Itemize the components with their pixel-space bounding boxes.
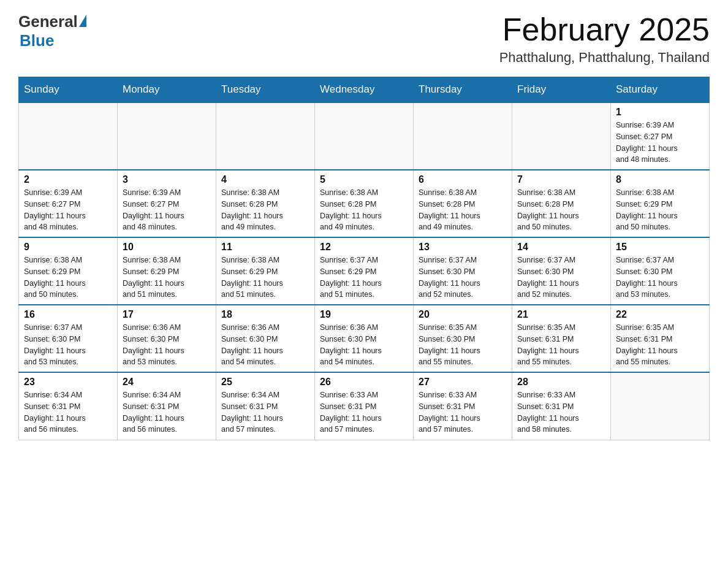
day-number: 9 <box>24 242 112 253</box>
day-info: Sunrise: 6:38 AMSunset: 6:29 PMDaylight:… <box>221 255 309 301</box>
day-info: Sunrise: 6:35 AMSunset: 6:31 PMDaylight:… <box>616 322 704 368</box>
day-info: Sunrise: 6:36 AMSunset: 6:30 PMDaylight:… <box>320 322 408 368</box>
calendar-cell: 20Sunrise: 6:35 AMSunset: 6:30 PMDayligh… <box>414 305 512 372</box>
calendar-cell: 9Sunrise: 6:38 AMSunset: 6:29 PMDaylight… <box>19 237 118 305</box>
calendar-cell <box>216 102 315 170</box>
day-info: Sunrise: 6:34 AMSunset: 6:31 PMDaylight:… <box>123 389 211 435</box>
calendar-cell <box>611 372 710 440</box>
calendar-cell: 22Sunrise: 6:35 AMSunset: 6:31 PMDayligh… <box>611 305 710 372</box>
day-info: Sunrise: 6:37 AMSunset: 6:29 PMDaylight:… <box>320 255 408 301</box>
day-number: 6 <box>419 174 507 185</box>
day-number: 12 <box>320 242 408 253</box>
day-info: Sunrise: 6:33 AMSunset: 6:31 PMDaylight:… <box>419 389 507 435</box>
calendar-cell: 12Sunrise: 6:37 AMSunset: 6:29 PMDayligh… <box>315 237 414 305</box>
day-number: 3 <box>123 174 211 185</box>
day-number: 10 <box>123 242 211 253</box>
day-info: Sunrise: 6:38 AMSunset: 6:28 PMDaylight:… <box>221 187 309 233</box>
day-number: 7 <box>517 174 605 185</box>
logo-blue-text: Blue <box>20 31 54 50</box>
day-number: 13 <box>419 242 507 253</box>
calendar-cell: 28Sunrise: 6:33 AMSunset: 6:31 PMDayligh… <box>512 372 611 440</box>
weekday-header-sunday: Sunday <box>19 77 118 103</box>
day-info: Sunrise: 6:38 AMSunset: 6:29 PMDaylight:… <box>616 187 704 233</box>
week-row-1: 1Sunrise: 6:39 AMSunset: 6:27 PMDaylight… <box>19 102 710 170</box>
day-info: Sunrise: 6:36 AMSunset: 6:30 PMDaylight:… <box>221 322 309 368</box>
calendar-cell: 19Sunrise: 6:36 AMSunset: 6:30 PMDayligh… <box>315 305 414 372</box>
calendar-cell <box>512 102 611 170</box>
weekday-header-thursday: Thursday <box>414 77 512 103</box>
day-info: Sunrise: 6:33 AMSunset: 6:31 PMDaylight:… <box>517 389 605 435</box>
calendar-cell: 1Sunrise: 6:39 AMSunset: 6:27 PMDaylight… <box>611 102 710 170</box>
week-row-2: 2Sunrise: 6:39 AMSunset: 6:27 PMDaylight… <box>19 170 710 237</box>
calendar-cell: 21Sunrise: 6:35 AMSunset: 6:31 PMDayligh… <box>512 305 611 372</box>
day-info: Sunrise: 6:38 AMSunset: 6:28 PMDaylight:… <box>419 187 507 233</box>
location-title: Phatthalung, Phatthalung, Thailand <box>499 50 710 66</box>
day-number: 20 <box>419 309 507 320</box>
calendar-cell: 18Sunrise: 6:36 AMSunset: 6:30 PMDayligh… <box>216 305 315 372</box>
calendar-cell: 13Sunrise: 6:37 AMSunset: 6:30 PMDayligh… <box>414 237 512 305</box>
calendar-table: SundayMondayTuesdayWednesdayThursdayFrid… <box>18 77 710 440</box>
weekday-header-saturday: Saturday <box>611 77 710 103</box>
calendar-cell: 11Sunrise: 6:38 AMSunset: 6:29 PMDayligh… <box>216 237 315 305</box>
calendar-cell: 7Sunrise: 6:38 AMSunset: 6:28 PMDaylight… <box>512 170 611 237</box>
day-number: 26 <box>320 377 408 388</box>
calendar-cell: 8Sunrise: 6:38 AMSunset: 6:29 PMDaylight… <box>611 170 710 237</box>
day-info: Sunrise: 6:33 AMSunset: 6:31 PMDaylight:… <box>320 389 408 435</box>
day-number: 25 <box>221 377 309 388</box>
day-info: Sunrise: 6:39 AMSunset: 6:27 PMDaylight:… <box>616 120 704 166</box>
weekday-header-row: SundayMondayTuesdayWednesdayThursdayFrid… <box>19 77 710 103</box>
day-number: 2 <box>24 174 112 185</box>
day-number: 17 <box>123 309 211 320</box>
page-header: General Blue February 2025 Phatthalung, … <box>18 12 710 66</box>
title-area: February 2025 Phatthalung, Phatthalung, … <box>499 12 710 66</box>
day-info: Sunrise: 6:35 AMSunset: 6:30 PMDaylight:… <box>419 322 507 368</box>
day-number: 22 <box>616 309 704 320</box>
calendar-cell: 5Sunrise: 6:38 AMSunset: 6:28 PMDaylight… <box>315 170 414 237</box>
calendar-cell: 27Sunrise: 6:33 AMSunset: 6:31 PMDayligh… <box>414 372 512 440</box>
day-number: 27 <box>419 377 507 388</box>
day-info: Sunrise: 6:36 AMSunset: 6:30 PMDaylight:… <box>123 322 211 368</box>
day-number: 21 <box>517 309 605 320</box>
day-number: 15 <box>616 242 704 253</box>
day-info: Sunrise: 6:39 AMSunset: 6:27 PMDaylight:… <box>24 187 112 233</box>
day-number: 19 <box>320 309 408 320</box>
week-row-5: 23Sunrise: 6:34 AMSunset: 6:31 PMDayligh… <box>19 372 710 440</box>
logo-general-text: General <box>18 12 78 31</box>
day-number: 11 <box>221 242 309 253</box>
day-number: 8 <box>616 174 704 185</box>
day-number: 4 <box>221 174 309 185</box>
calendar-cell: 16Sunrise: 6:37 AMSunset: 6:30 PMDayligh… <box>19 305 118 372</box>
calendar-cell: 23Sunrise: 6:34 AMSunset: 6:31 PMDayligh… <box>19 372 118 440</box>
week-row-3: 9Sunrise: 6:38 AMSunset: 6:29 PMDaylight… <box>19 237 710 305</box>
calendar-cell: 10Sunrise: 6:38 AMSunset: 6:29 PMDayligh… <box>118 237 216 305</box>
day-info: Sunrise: 6:38 AMSunset: 6:28 PMDaylight:… <box>320 187 408 233</box>
logo-triangle-icon <box>79 15 86 27</box>
logo: General Blue <box>18 12 86 50</box>
day-number: 28 <box>517 377 605 388</box>
day-info: Sunrise: 6:34 AMSunset: 6:31 PMDaylight:… <box>221 389 309 435</box>
weekday-header-friday: Friday <box>512 77 611 103</box>
day-info: Sunrise: 6:38 AMSunset: 6:28 PMDaylight:… <box>517 187 605 233</box>
calendar-cell: 2Sunrise: 6:39 AMSunset: 6:27 PMDaylight… <box>19 170 118 237</box>
day-number: 1 <box>616 107 704 118</box>
day-info: Sunrise: 6:34 AMSunset: 6:31 PMDaylight:… <box>24 389 112 435</box>
week-row-4: 16Sunrise: 6:37 AMSunset: 6:30 PMDayligh… <box>19 305 710 372</box>
calendar-cell: 14Sunrise: 6:37 AMSunset: 6:30 PMDayligh… <box>512 237 611 305</box>
day-number: 5 <box>320 174 408 185</box>
month-title: February 2025 <box>499 12 710 47</box>
calendar-cell <box>315 102 414 170</box>
calendar-cell: 17Sunrise: 6:36 AMSunset: 6:30 PMDayligh… <box>118 305 216 372</box>
day-info: Sunrise: 6:37 AMSunset: 6:30 PMDaylight:… <box>517 255 605 301</box>
calendar-cell <box>19 102 118 170</box>
weekday-header-wednesday: Wednesday <box>315 77 414 103</box>
calendar-cell <box>414 102 512 170</box>
calendar-cell: 26Sunrise: 6:33 AMSunset: 6:31 PMDayligh… <box>315 372 414 440</box>
calendar-cell: 15Sunrise: 6:37 AMSunset: 6:30 PMDayligh… <box>611 237 710 305</box>
weekday-header-tuesday: Tuesday <box>216 77 315 103</box>
weekday-header-monday: Monday <box>118 77 216 103</box>
day-info: Sunrise: 6:35 AMSunset: 6:31 PMDaylight:… <box>517 322 605 368</box>
day-info: Sunrise: 6:39 AMSunset: 6:27 PMDaylight:… <box>123 187 211 233</box>
day-info: Sunrise: 6:37 AMSunset: 6:30 PMDaylight:… <box>419 255 507 301</box>
day-info: Sunrise: 6:37 AMSunset: 6:30 PMDaylight:… <box>24 322 112 368</box>
calendar-cell <box>118 102 216 170</box>
